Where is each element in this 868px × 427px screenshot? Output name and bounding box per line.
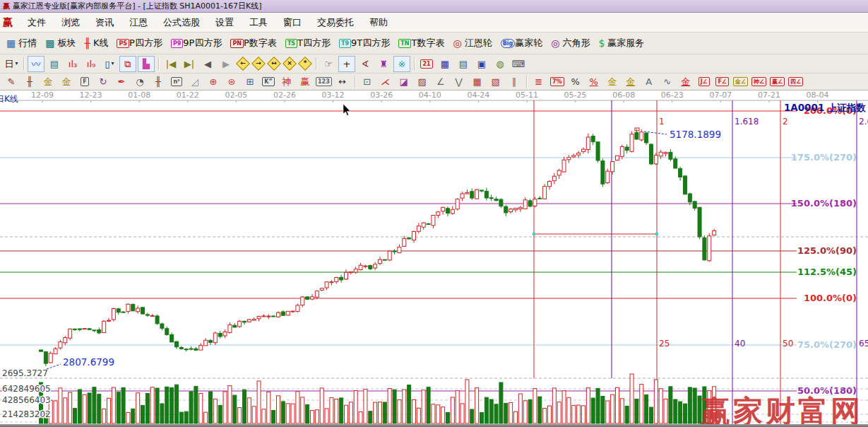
- menu-item-trade-entrust[interactable]: 交易委托: [309, 17, 362, 28]
- spiral-button[interactable]: ↻: [95, 74, 112, 90]
- quotes-button[interactable]: ▦行情: [3, 35, 40, 52]
- wave-tool-button[interactable]: ※: [393, 56, 410, 72]
- v-lines-button[interactable]: ⋁: [451, 74, 468, 90]
- crosshair-button[interactable]: +: [338, 56, 355, 72]
- angle-measure-button[interactable]: ∢: [357, 56, 374, 72]
- gold-grid-2-button[interactable]: 金: [58, 74, 75, 90]
- winner-service-button[interactable]: $赢家服务: [595, 35, 648, 52]
- ink-brush-button[interactable]: A: [641, 74, 658, 90]
- chart-area[interactable]: 12-0912-2301-0801-2202-0502-2603-1203-26…: [0, 90, 868, 424]
- fan-square-button[interactable]: ◪: [396, 74, 412, 90]
- diamond-scroll-left-button[interactable]: ←: [236, 57, 250, 71]
- grid-arrow-button[interactable]: ▧: [487, 74, 504, 90]
- kline-button[interactable]: ╫K线: [81, 35, 112, 52]
- percent-line-button[interactable]: %: [585, 74, 602, 90]
- hexagon-button[interactable]: ◎六角形: [547, 35, 593, 52]
- gann-grid-button[interactable]: ╫: [21, 74, 38, 90]
- menu-item-browse[interactable]: 浏览: [54, 17, 88, 28]
- print-pc-button[interactable]: ⌨: [510, 56, 527, 72]
- pattern-tool-button[interactable]: ⧉: [119, 56, 136, 72]
- gann-wheel-button[interactable]: ◎江恩轮: [449, 35, 495, 52]
- star-web-button[interactable]: ⊛: [223, 74, 240, 90]
- candle: [150, 315, 154, 316]
- shen-angle-button[interactable]: 神∠: [751, 74, 768, 90]
- gold-line-button[interactable]: 金: [622, 74, 639, 90]
- calendar-button[interactable]: 21: [418, 56, 435, 72]
- trend-sketch-button[interactable]: 〰: [28, 56, 44, 72]
- ying-grid-button[interactable]: 赢: [297, 74, 314, 90]
- t-number-table-button[interactable]: TNT数字表: [395, 35, 448, 52]
- 9t-square-button[interactable]: T99T四方形: [335, 35, 393, 52]
- box-corner-button[interactable]: ⊡: [359, 74, 376, 90]
- diamond-scroll-right-button[interactable]: →: [251, 57, 266, 71]
- percent-button[interactable]: %: [567, 74, 584, 90]
- gold-angle-button[interactable]: 金∠: [732, 74, 749, 90]
- save-button[interactable]: ▣: [473, 56, 490, 72]
- go-last-button[interactable]: ▶|: [181, 56, 198, 72]
- measure-h-button[interactable]: ↔: [334, 74, 351, 90]
- gold-grid-button[interactable]: 金: [40, 74, 57, 90]
- wave-a-button[interactable]: ∿: [659, 74, 676, 90]
- hand-drag-button[interactable]: ☞: [320, 56, 337, 72]
- bars-3-button[interactable]: ıl₃: [64, 56, 81, 72]
- candle: [659, 152, 662, 156]
- grid-dense-button[interactable]: ▦: [469, 74, 486, 90]
- candle-style-button[interactable]: ▯: [101, 56, 118, 72]
- bars-9-button[interactable]: ıl₉: [83, 56, 100, 72]
- menu-item-gann[interactable]: 江恩: [121, 17, 155, 28]
- candle: [552, 176, 556, 180]
- date-tick-label: 06-23: [661, 90, 684, 100]
- winner-wheel-button[interactable]: Big赢家轮: [497, 35, 547, 52]
- pen-ruler-button[interactable]: ✒: [113, 74, 130, 90]
- menu-item-formula-picker[interactable]: 公式选股: [155, 17, 208, 28]
- kline-chart-svg[interactable]: 12-0912-2301-0801-2202-0502-2603-1203-26…: [0, 90, 868, 424]
- color-histogram-button[interactable]: ▙: [138, 56, 155, 72]
- p-number-table-button[interactable]: PNP数字表: [227, 35, 280, 52]
- go-first-button[interactable]: |◀: [162, 56, 179, 72]
- menu-item-window[interactable]: 窗口: [275, 17, 309, 28]
- 9p-square-button[interactable]: P99P四方形: [167, 35, 226, 52]
- p-square-button[interactable]: PSP四方形: [113, 35, 165, 52]
- n-squared-button[interactable]: n²: [168, 74, 185, 90]
- menu-item-help[interactable]: 帮助: [362, 17, 396, 28]
- menu-item-tools[interactable]: 工具: [242, 17, 275, 28]
- fan-web-button[interactable]: ▨: [414, 74, 431, 90]
- compass-45-button[interactable]: ◔: [131, 74, 148, 90]
- gann-shape-tool-button[interactable]: ♜: [375, 56, 392, 72]
- level-bars-button[interactable]: ≣: [530, 74, 547, 90]
- t-square-button[interactable]: TST四方形: [282, 35, 334, 52]
- si-angle-button[interactable]: 四∠: [787, 74, 804, 90]
- ying-angle-button[interactable]: 赢∠: [769, 74, 786, 90]
- circle-cross-button[interactable]: ⊕: [205, 74, 222, 90]
- f-angle-button[interactable]: F∠: [714, 74, 731, 90]
- gold-underline-button[interactable]: 金: [677, 74, 694, 90]
- k-quote-button[interactable]: K”: [260, 74, 277, 90]
- ruler-123-button[interactable]: 123: [315, 74, 333, 90]
- calculator-button[interactable]: ▦: [436, 56, 453, 72]
- square-web-button[interactable]: ⊞: [242, 74, 258, 90]
- gann-fan-button[interactable]: ⋌: [377, 74, 394, 90]
- t-percent-button[interactable]: 7%: [549, 74, 566, 90]
- go-prev-button[interactable]: ◀: [199, 56, 216, 72]
- pen-knife-button[interactable]: ✎: [3, 74, 20, 90]
- parallel-lines-button[interactable]: ∥: [506, 74, 523, 90]
- angle-lines-button[interactable]: ∠: [432, 74, 449, 90]
- shen-grid-button[interactable]: 神: [278, 74, 295, 90]
- sectors-button[interactable]: ▩板块: [42, 35, 79, 52]
- gold-circle-button[interactable]: 金: [604, 74, 621, 90]
- j-angle-button[interactable]: J∠: [696, 74, 713, 90]
- diamond-expand-button[interactable]: ↔: [267, 57, 281, 71]
- diamond-compress-button[interactable]: ×: [283, 57, 297, 71]
- angle-mirror-button[interactable]: ◿: [186, 74, 203, 90]
- menu-item-settings[interactable]: 设置: [208, 17, 242, 28]
- f10-info-button[interactable]: ▤: [46, 56, 63, 72]
- menu-item-news[interactable]: 资讯: [88, 17, 121, 28]
- menu-item-file[interactable]: 文件: [20, 17, 54, 28]
- tick-grid-button[interactable]: ╫: [150, 74, 167, 90]
- period-day-button[interactable]: 日: [3, 56, 20, 72]
- f-grid-button[interactable]: F: [76, 74, 93, 90]
- go-next-button[interactable]: ▶: [218, 56, 234, 72]
- memo-button[interactable]: ▤: [455, 56, 472, 72]
- diamond-fit-button[interactable]: *: [298, 57, 312, 71]
- web-export-button[interactable]: ◍: [492, 56, 509, 72]
